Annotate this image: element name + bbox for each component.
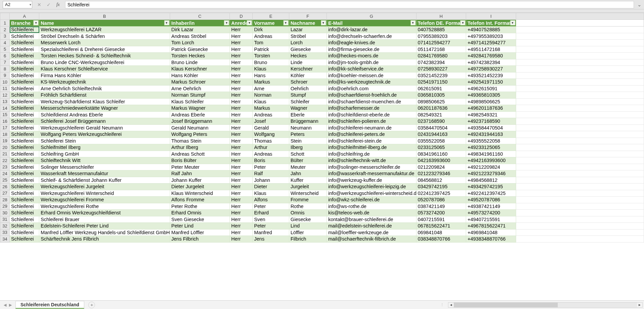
row-header-2[interactable]: 2 [0,27,10,33]
accept-formula-icon[interactable]: ✓ [46,2,52,8]
filter-dropdown-icon[interactable]: ▾ [33,20,39,25]
cell[interactable]: Werkzeugschleiferei Jurgeleit [39,184,170,190]
empty-cell[interactable] [516,53,644,59]
cell[interactable]: +49407215591 [466,216,516,223]
row-header-11[interactable]: 11 [0,85,10,92]
cell[interactable]: Herr [230,124,253,131]
cell[interactable]: Herr [230,72,253,79]
filter-dropdown-icon[interactable]: ▾ [460,20,465,25]
cell[interactable]: Meuter [289,164,327,170]
cell[interactable]: +4971412594277 [466,40,516,46]
cell[interactable]: Schleiferei [10,197,39,203]
cell[interactable]: Sven [253,216,289,223]
cell[interactable]: Markus Schroer [170,79,230,86]
cell[interactable]: Wolfgang Peters [170,131,230,138]
cell[interactable]: +4938348870766 [466,236,516,243]
cell[interactable]: 03584470504 [416,124,466,131]
table-header-cell[interactable]: Telefon Int. Format▾ [466,20,516,27]
cell[interactable]: +49520787086 [466,197,516,203]
cell[interactable]: kontakt@brauer-schleiferei.de [327,216,416,223]
add-sheet-button[interactable]: ＋ [88,302,95,308]
cell[interactable]: Werkzeugschleiferei Winterscheid [39,190,170,197]
empty-cell[interactable] [516,105,644,112]
row-header-20[interactable]: 20 [0,144,10,151]
cell[interactable]: +4942163993600 [466,157,516,164]
cell[interactable]: info@schleiferei-neumann.de [327,124,416,131]
cell[interactable]: Schleiftechnik Witt [39,157,170,164]
cell[interactable]: Bruno Linde [170,59,230,66]
cell[interactable]: Markus Wagner [170,105,230,112]
empty-cell[interactable] [516,33,644,40]
cell[interactable]: +49387421149 [466,203,516,210]
cell[interactable]: Klaus Schleifer [170,98,230,105]
triangle-left-icon[interactable]: ◄ [3,302,7,308]
cell[interactable]: Stumpf [289,92,327,99]
empty-cell[interactable] [516,59,644,66]
cell[interactable]: +497955389203 [466,33,516,40]
cell[interactable]: +49898506625 [466,98,516,105]
cell[interactable]: Andreas [253,151,289,157]
cell[interactable]: info@dirk-lazar.de [327,27,416,33]
cell[interactable]: +497258930227 [466,66,516,72]
cell[interactable]: 022412397425 [416,190,466,197]
cell[interactable]: mail@edelstein-schleiferei.de [327,223,416,229]
cell[interactable]: Schleifring GmbH [39,151,170,157]
empty-cell[interactable] [516,164,644,170]
cell[interactable]: Peter Meuter [170,164,230,170]
cell[interactable]: Schleiferei [10,223,39,229]
cell[interactable]: Bruno [253,59,289,66]
cell[interactable]: +492431944163 [466,131,516,138]
empty-cell[interactable] [516,27,644,33]
cell[interactable]: Andreas [253,33,289,40]
cell[interactable]: Wagner [289,105,327,112]
cell[interactable]: Herr [230,40,253,46]
cell[interactable]: Herr [230,27,253,33]
row-header-32[interactable]: 32 [0,223,10,229]
cell[interactable]: Andreas Ströbel [170,33,230,40]
cell[interactable]: +49742382394 [466,59,516,66]
row-header-33[interactable]: 33 [0,229,10,236]
cell[interactable]: Schleiferei [10,33,39,40]
cancel-formula-icon[interactable]: ✕ [36,2,42,8]
cell[interactable]: info@schleiftechnik-witt.de [327,157,416,164]
cell[interactable]: info@schaerfdienst-froehlich.de [327,92,416,99]
cell[interactable]: +4962615091 [466,85,516,92]
cell[interactable]: Herr [230,210,253,216]
sheet-tab-active[interactable]: Schleifereien Deutschland [15,301,84,309]
cell[interactable]: Hans Köhler [170,72,230,79]
row-header-13[interactable]: 13 [0,98,10,105]
cell[interactable]: +4921223279346 [466,170,516,177]
cell[interactable]: 067815622471 [416,223,466,229]
cell[interactable]: Peter Rothe [170,203,230,210]
cell[interactable]: Schleiferei [10,138,39,144]
cell[interactable]: 021223279346 [416,170,466,177]
cell[interactable]: Schleiferei [10,184,39,190]
cell[interactable]: Schleiferei [10,98,39,105]
cell[interactable]: Schleiferei [10,157,39,164]
cell[interactable]: 03521452239 [416,72,466,79]
cell[interactable]: 03429742195 [416,184,466,190]
cell[interactable]: Fröhlich Schärfdienst [39,92,170,99]
cell[interactable]: Schleiferei [10,59,39,66]
empty-cell[interactable] [516,170,644,177]
cell[interactable]: Schleiferei [10,177,39,184]
cell[interactable]: Ilberg [289,144,327,151]
cell[interactable]: Herr [230,203,253,210]
cell[interactable]: Andreas [253,111,289,118]
cell[interactable]: Klaus [253,190,289,197]
cell[interactable]: 0387421149 [416,203,466,210]
row-header-17[interactable]: 17 [0,124,10,131]
cell[interactable]: Herr [230,111,253,118]
cell[interactable]: 02431944163 [416,131,466,138]
empty-cell[interactable] [516,85,644,92]
table-header-cell[interactable]: Name▾ [39,20,170,27]
cell[interactable]: Schott [289,151,327,157]
cell[interactable]: info@drechseln-schaerfen.de [327,33,416,40]
column-header-G[interactable]: G [327,13,416,20]
cell[interactable]: Schleiferei [10,46,39,53]
cell[interactable]: Werkzeug-Schärfdienst Klaus Schleifer [39,98,170,105]
cell[interactable]: Peter [253,203,289,210]
cell[interactable]: +4984568812 [466,177,516,184]
cell[interactable]: Norman [253,92,289,99]
cell[interactable]: +496201187636 [466,105,516,112]
